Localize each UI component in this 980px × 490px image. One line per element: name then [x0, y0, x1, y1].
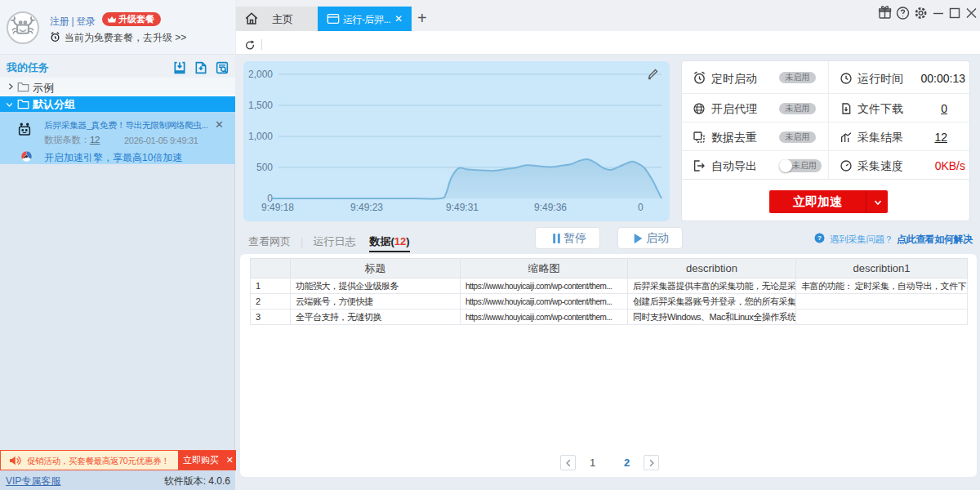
svg-text:?: ? — [817, 234, 822, 242]
